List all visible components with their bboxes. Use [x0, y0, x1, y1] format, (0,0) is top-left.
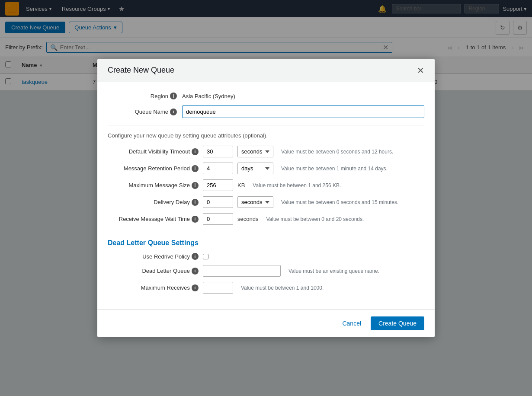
delivery-delay-row: Delivery Delay i seconds minutes Value m… — [108, 196, 424, 208]
retention-period-hint: Value must be between 1 minute and 14 da… — [281, 166, 388, 172]
cancel-button[interactable]: Cancel — [337, 316, 366, 330]
visibility-timeout-input[interactable] — [203, 146, 233, 157]
modal-close-button[interactable]: ✕ — [417, 66, 424, 75]
dead-letter-queue-label: Dead Letter Queue i — [108, 268, 199, 275]
queue-name-input[interactable] — [182, 105, 424, 118]
receive-wait-time-input[interactable] — [203, 213, 233, 225]
visibility-timeout-row: Default Visibility Timeout i seconds min… — [108, 146, 424, 157]
queue-name-row: Queue Name i — [108, 105, 424, 118]
receive-wait-time-unit: seconds — [237, 216, 258, 222]
retention-period-unit-select[interactable]: seconds minutes hours days — [237, 163, 273, 174]
visibility-timeout-unit-select[interactable]: seconds minutes hours — [237, 146, 273, 157]
maximum-receives-hint: Value must be between 1 and 1000. — [241, 285, 324, 291]
modal-title: Create New Queue — [108, 66, 174, 75]
receive-wait-time-label: Receive Message Wait Time i — [108, 216, 199, 223]
dlq-section-title: Dead Letter Queue Settings — [108, 239, 424, 247]
modal-overlay: Create New Queue ✕ Region i Asia Pacific… — [0, 0, 532, 396]
region-row: Region i Asia Pacific (Sydney) — [108, 93, 424, 99]
retention-period-label: Message Retention Period i — [108, 165, 199, 172]
maximum-receives-row: Maximum Receives i Value must be between… — [108, 282, 424, 294]
delivery-delay-label: Delivery Delay i — [108, 199, 199, 206]
use-redrive-info-icon[interactable]: i — [192, 253, 199, 260]
region-label: Region i — [108, 93, 177, 99]
create-queue-modal: Create New Queue ✕ Region i Asia Pacific… — [97, 59, 435, 337]
maximum-receives-info-icon[interactable]: i — [192, 284, 199, 291]
max-message-size-input[interactable] — [203, 179, 233, 191]
dead-letter-queue-row: Dead Letter Queue i Value must be an exi… — [108, 265, 424, 277]
create-queue-button[interactable]: Create Queue — [371, 316, 424, 330]
dead-letter-queue-input[interactable] — [203, 265, 281, 277]
receive-wait-time-row: Receive Message Wait Time i seconds Valu… — [108, 213, 424, 225]
delivery-delay-unit-select[interactable]: seconds minutes — [237, 196, 273, 208]
max-message-size-row: Maximum Message Size i KB Value must be … — [108, 179, 424, 191]
region-info-icon[interactable]: i — [170, 93, 177, 99]
maximum-receives-input[interactable] — [203, 282, 233, 294]
receive-wait-time-info-icon[interactable]: i — [192, 216, 199, 223]
section-divider-1 — [108, 125, 424, 125]
retention-period-info-icon[interactable]: i — [192, 165, 199, 172]
receive-wait-time-hint: Value must be between 0 and 20 seconds. — [266, 216, 364, 222]
modal-body: Region i Asia Pacific (Sydney) Queue Nam… — [97, 82, 435, 309]
retention-period-row: Message Retention Period i seconds minut… — [108, 163, 424, 174]
max-message-size-unit: KB — [237, 182, 245, 188]
section-divider-2 — [108, 232, 424, 232]
delivery-delay-input[interactable] — [203, 196, 233, 208]
queue-name-label: Queue Name i — [108, 109, 177, 115]
dead-letter-queue-hint: Value must be an existing queue name. — [288, 268, 379, 274]
delivery-delay-info-icon[interactable]: i — [192, 199, 199, 206]
visibility-timeout-hint: Value must be between 0 seconds and 12 h… — [281, 149, 393, 155]
max-message-size-hint: Value must be between 1 and 256 KB. — [253, 182, 341, 188]
retention-period-input[interactable] — [203, 163, 233, 174]
use-redrive-label: Use Redrive Policy i — [108, 253, 199, 260]
config-subtitle: Configure your new queue by setting queu… — [108, 132, 424, 139]
queue-name-info-icon[interactable]: i — [170, 109, 177, 115]
maximum-receives-label: Maximum Receives i — [108, 284, 199, 291]
use-redrive-row: Use Redrive Policy i — [108, 253, 424, 260]
delivery-delay-hint: Value must be between 0 seconds and 15 m… — [281, 199, 398, 205]
visibility-timeout-info-icon[interactable]: i — [192, 148, 199, 155]
modal-header: Create New Queue ✕ — [97, 59, 435, 82]
max-message-size-info-icon[interactable]: i — [192, 182, 199, 189]
max-message-size-label: Maximum Message Size i — [108, 182, 199, 189]
use-redrive-checkbox[interactable] — [203, 254, 208, 259]
dead-letter-queue-info-icon[interactable]: i — [192, 268, 199, 275]
region-value: Asia Pacific (Sydney) — [182, 93, 235, 99]
modal-footer: Cancel Create Queue — [97, 309, 435, 337]
visibility-timeout-label: Default Visibility Timeout i — [108, 148, 199, 155]
